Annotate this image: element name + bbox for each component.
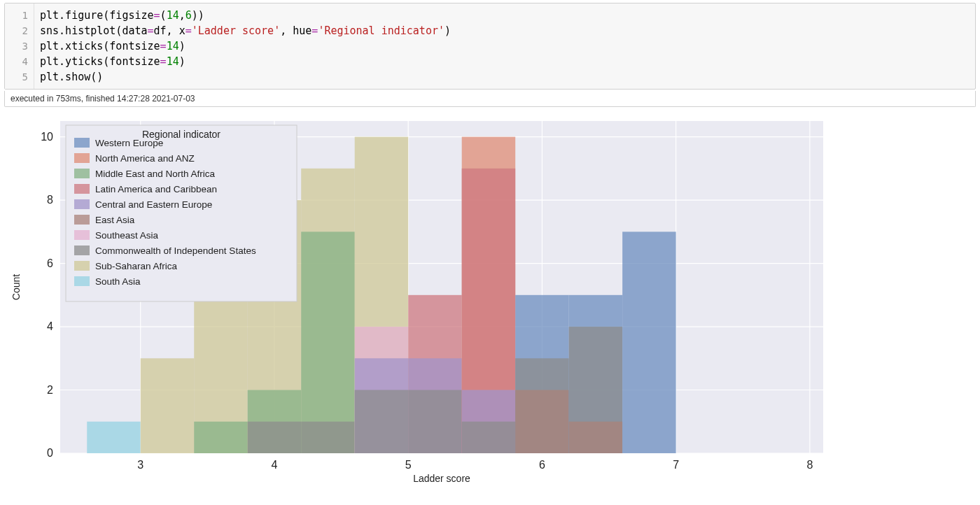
- y-tick-label: 10: [41, 131, 53, 143]
- legend-swatch: [74, 246, 90, 255]
- y-tick-label: 2: [47, 384, 53, 396]
- legend-swatch: [74, 276, 90, 286]
- bar: [408, 390, 461, 453]
- bar: [462, 422, 515, 453]
- x-tick-label: 5: [405, 459, 412, 471]
- legend-label: North America and ANZ: [95, 153, 195, 164]
- bar: [515, 390, 568, 453]
- legend-swatch: [74, 215, 90, 225]
- bar: [301, 232, 354, 453]
- code-cell[interactable]: 1 2 3 4 5 plt.figure(figsize=(14,6)) sns…: [4, 3, 976, 90]
- bar: [622, 232, 676, 453]
- x-tick-label: 3: [137, 459, 144, 471]
- legend-swatch: [74, 184, 90, 194]
- legend-label: Sub-Saharan Africa: [95, 261, 178, 271]
- legend-label: Western Europe: [95, 138, 163, 148]
- legend-swatch: [74, 199, 90, 209]
- legend-swatch: [74, 230, 90, 240]
- bar: [87, 422, 140, 453]
- legend-label: Commonwealth of Independent States: [95, 246, 256, 256]
- code-editor[interactable]: plt.figure(figsize=(14,6)) sns.histplot(…: [34, 3, 975, 89]
- legend-label: Central and Eastern Europe: [95, 199, 212, 210]
- x-tick-label: 7: [673, 459, 679, 471]
- histogram-chart: 0246810345678Ladder scoreCountRegional i…: [4, 114, 837, 485]
- y-tick-label: 6: [47, 257, 53, 269]
- y-axis-label: Count: [10, 274, 22, 300]
- bar: [355, 390, 408, 453]
- bar: [194, 422, 247, 453]
- legend-label: Southeast Asia: [95, 230, 159, 241]
- bar: [248, 422, 301, 453]
- y-tick-label: 0: [47, 447, 53, 459]
- y-tick-label: 8: [47, 194, 53, 206]
- legend-box: [66, 125, 297, 301]
- x-axis-label: Ladder score: [413, 473, 470, 484]
- legend-swatch: [74, 153, 90, 163]
- legend-swatch: [74, 169, 90, 178]
- x-tick-label: 8: [806, 459, 813, 471]
- legend-swatch: [74, 138, 90, 148]
- y-tick-label: 4: [47, 320, 53, 332]
- bar: [301, 422, 354, 453]
- bar: [141, 358, 194, 453]
- legend-label: East Asia: [95, 215, 135, 225]
- legend-swatch: [74, 261, 90, 271]
- line-number-gutter: 1 2 3 4 5: [5, 3, 34, 89]
- output-figure: 0246810345678Ladder scoreCountRegional i…: [4, 114, 976, 487]
- execution-status: executed in 753ms, finished 14:27:28 202…: [4, 91, 976, 107]
- x-tick-label: 6: [539, 459, 545, 471]
- legend-label: South Asia: [95, 276, 141, 287]
- bar: [569, 422, 622, 453]
- legend-label: Latin America and Caribbean: [95, 184, 217, 194]
- legend-label: Middle East and North Africa: [95, 169, 216, 179]
- x-tick-label: 4: [272, 459, 278, 471]
